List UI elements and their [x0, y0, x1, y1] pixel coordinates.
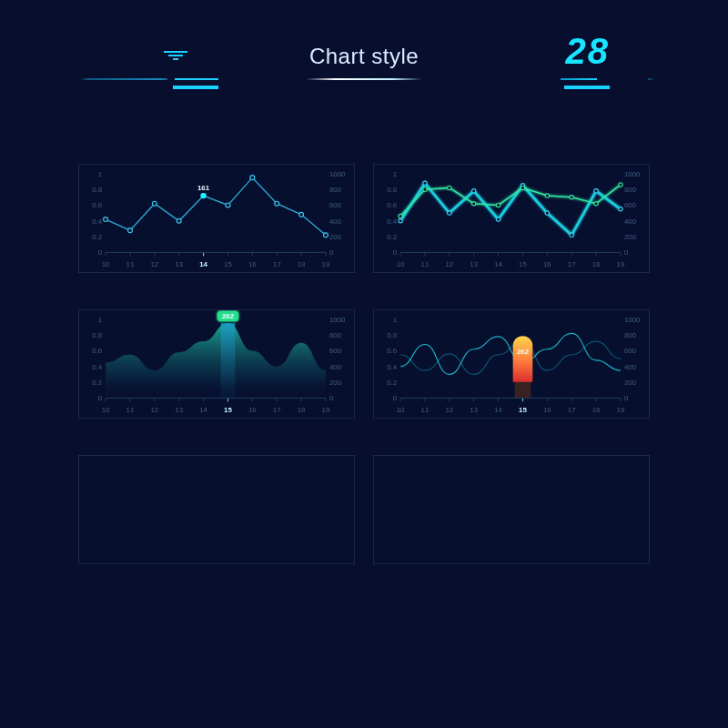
page-number: 28	[566, 31, 611, 72]
svg-point-90	[448, 186, 451, 189]
svg-text:0.6: 0.6	[387, 201, 398, 209]
svg-text:10: 10	[397, 260, 405, 268]
svg-text:12: 12	[445, 406, 453, 414]
svg-text:1000: 1000	[329, 170, 346, 178]
svg-text:0.2: 0.2	[387, 379, 397, 387]
svg-text:200: 200	[329, 379, 342, 387]
svg-text:16: 16	[543, 260, 551, 268]
svg-text:15: 15	[519, 406, 527, 414]
svg-text:14: 14	[199, 406, 207, 414]
svg-text:15: 15	[224, 260, 232, 268]
svg-point-92	[496, 203, 500, 207]
svg-text:800: 800	[624, 186, 637, 194]
svg-text:1000: 1000	[329, 316, 346, 324]
svg-point-89	[423, 187, 427, 191]
svg-text:0.4: 0.4	[387, 217, 398, 226]
svg-text:0: 0	[98, 394, 103, 402]
svg-text:200: 200	[329, 233, 342, 241]
svg-text:18: 18	[298, 406, 306, 414]
svg-text:15: 15	[224, 406, 232, 414]
svg-point-41	[299, 212, 304, 217]
svg-point-93	[521, 186, 524, 189]
svg-text:0: 0	[98, 248, 103, 257]
svg-text:18: 18	[592, 406, 601, 414]
svg-text:1000: 1000	[624, 316, 641, 324]
svg-point-79	[423, 181, 427, 185]
svg-text:19: 19	[617, 260, 625, 268]
svg-text:800: 800	[624, 331, 637, 339]
svg-text:13: 13	[175, 406, 183, 414]
svg-point-86	[594, 189, 598, 193]
svg-text:0.8: 0.8	[387, 331, 398, 339]
svg-text:1: 1	[393, 170, 397, 178]
svg-text:11: 11	[421, 406, 430, 414]
svg-text:600: 600	[329, 201, 342, 209]
svg-point-94	[545, 194, 549, 197]
page-title: Chart style	[309, 44, 419, 69]
svg-text:0: 0	[624, 394, 629, 402]
svg-text:400: 400	[624, 217, 637, 226]
svg-text:14: 14	[494, 260, 502, 268]
chart-panel-line-points: 00.20.40.60.8102004006008001000101112131…	[78, 164, 355, 273]
chart-panel-empty	[78, 455, 355, 564]
svg-text:13: 13	[470, 260, 478, 268]
chart-panel-wave-highlight: 00.20.40.60.8102004006008001000101112131…	[373, 309, 650, 419]
svg-text:0.4: 0.4	[92, 217, 103, 226]
svg-text:0.8: 0.8	[92, 331, 103, 339]
svg-text:16: 16	[248, 406, 257, 414]
accent-underline	[564, 86, 610, 89]
svg-text:161: 161	[197, 184, 210, 192]
svg-text:1000: 1000	[624, 170, 641, 178]
chart-panel-line-dual: 00.20.40.60.8102004006008001000101112131…	[373, 164, 650, 273]
svg-text:14: 14	[199, 260, 207, 268]
svg-text:17: 17	[568, 260, 576, 268]
svg-point-82	[496, 217, 500, 221]
svg-text:17: 17	[273, 260, 281, 268]
svg-text:14: 14	[494, 406, 502, 414]
svg-text:17: 17	[568, 406, 576, 414]
svg-text:19: 19	[322, 260, 330, 268]
svg-text:10: 10	[102, 406, 110, 414]
svg-text:11: 11	[421, 260, 430, 268]
svg-text:800: 800	[329, 186, 342, 194]
svg-point-95	[570, 196, 573, 199]
svg-text:262: 262	[517, 348, 530, 356]
svg-text:10: 10	[397, 406, 405, 414]
svg-text:1: 1	[98, 316, 102, 324]
svg-text:18: 18	[298, 260, 306, 268]
svg-text:19: 19	[322, 406, 330, 414]
svg-point-80	[448, 211, 451, 215]
header-divider	[0, 78, 728, 80]
svg-point-81	[472, 189, 476, 193]
accent-underline	[173, 86, 218, 89]
svg-point-38	[226, 203, 230, 207]
svg-text:600: 600	[329, 347, 342, 355]
svg-text:0.6: 0.6	[92, 201, 103, 209]
svg-text:12: 12	[150, 406, 158, 414]
svg-text:17: 17	[273, 406, 281, 414]
svg-point-34	[127, 228, 132, 233]
svg-text:0.4: 0.4	[92, 363, 103, 371]
svg-text:0.6: 0.6	[92, 347, 103, 355]
chart-panel-area-highlight: 00.20.40.60.8102004006008001000101112131…	[78, 309, 355, 419]
svg-text:1: 1	[393, 316, 397, 324]
svg-text:0.8: 0.8	[387, 186, 398, 194]
chart-panel-empty	[373, 455, 650, 564]
svg-text:10: 10	[102, 260, 110, 268]
svg-text:16: 16	[248, 260, 257, 268]
svg-text:15: 15	[519, 260, 527, 268]
svg-text:16: 16	[543, 406, 551, 414]
svg-text:19: 19	[617, 406, 625, 414]
svg-text:0.2: 0.2	[92, 233, 102, 241]
svg-point-36	[177, 218, 181, 223]
svg-text:0: 0	[329, 248, 334, 257]
svg-rect-131	[221, 323, 236, 398]
svg-text:0: 0	[393, 394, 398, 402]
svg-point-97	[619, 183, 622, 187]
svg-point-39	[250, 176, 255, 180]
svg-text:262: 262	[222, 312, 235, 320]
svg-text:13: 13	[175, 260, 183, 268]
svg-point-35	[152, 201, 157, 206]
svg-text:400: 400	[329, 217, 342, 226]
svg-text:13: 13	[470, 406, 478, 414]
